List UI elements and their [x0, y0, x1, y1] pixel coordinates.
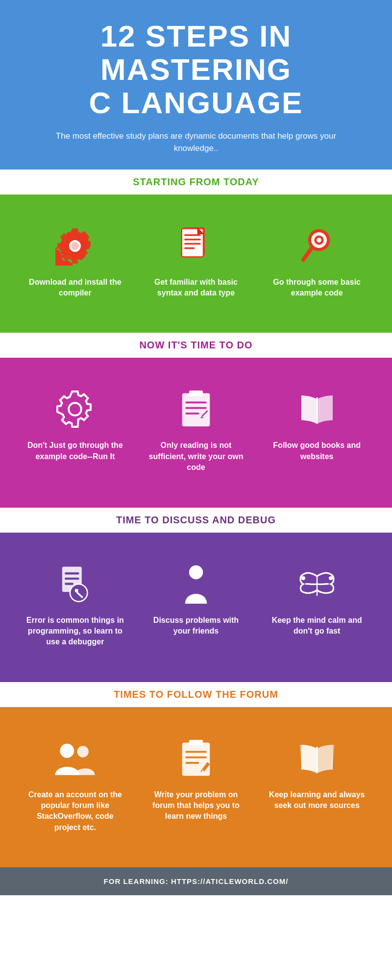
svg-point-36 — [77, 746, 89, 757]
section4-item1-label: Create an account on the popular forum l… — [24, 789, 126, 833]
section1-item1: Download and install the compiler — [15, 214, 136, 309]
svg-rect-27 — [65, 583, 74, 585]
footer-text: FOR LEARNING: HTTPS://ATICLEWORLD.COM/ — [104, 877, 289, 885]
banner-label-section1: Starting From Today — [133, 176, 259, 187]
users-icon — [53, 736, 97, 781]
svg-point-2 — [71, 242, 79, 250]
section1-item2: Get familiar with basic syntax and data … — [136, 214, 257, 309]
section2-item3-label: Follow good books and websites — [266, 440, 368, 462]
section3-item3-label: Keep the mind calm and don't go fast — [266, 615, 368, 637]
section4-item1: Create an account on the popular forum l… — [15, 727, 136, 843]
banner-section2: Now It's Time To Do — [0, 333, 392, 358]
svg-point-32 — [189, 565, 203, 579]
person-icon — [174, 562, 218, 606]
section2-item3: Follow good books and websites — [256, 377, 377, 483]
section2-item1-label: Don't Just go through the example code--… — [24, 440, 126, 462]
svg-rect-26 — [65, 577, 79, 579]
svg-point-33 — [301, 576, 305, 580]
section1-item3-label: Go through some basic example code — [266, 277, 368, 299]
gear-outline-icon — [53, 387, 97, 431]
section1-item1-label: Download and install the compiler — [24, 277, 126, 299]
document-icon — [174, 224, 218, 268]
section2-item2-label: Only reading is not sufficient, write yo… — [146, 440, 247, 473]
svg-point-16 — [69, 403, 82, 416]
banner-section4: Times To Follow The Forum — [0, 682, 392, 707]
svg-rect-17 — [182, 393, 210, 427]
section4-item3-label: Keep learning and always seek out more s… — [266, 789, 368, 811]
section2-item2: Only reading is not sufficient, write yo… — [136, 377, 257, 483]
banner-section3: Time To Discuss And Debug — [0, 508, 392, 533]
banner-label-section4: Times To Follow The Forum — [114, 689, 278, 700]
book-icon — [295, 387, 339, 431]
section2-item1: Don't Just go through the example code--… — [15, 377, 136, 483]
section4-item2: Write your problem on forum that helps y… — [136, 727, 257, 843]
debug-icon — [53, 562, 97, 606]
section3-item2: Discuss problems with your friends — [136, 552, 257, 658]
section4-item2-label: Write your problem on forum that helps y… — [146, 789, 247, 822]
grid-section3: Error is common things in programming, s… — [0, 533, 392, 682]
banner-label-section2: Now It's Time To Do — [139, 340, 252, 350]
header-subtitle: The most effective study plans are dynam… — [29, 130, 363, 155]
section1-item3: Go through some basic example code — [256, 214, 377, 309]
notepad-write-icon — [174, 736, 218, 781]
section4-item3: Keep learning and always seek out more s… — [256, 727, 377, 843]
book-open-icon — [295, 736, 339, 781]
search-icon — [295, 224, 339, 268]
footer: FOR LEARNING: HTTPS://ATICLEWORLD.COM/ — [0, 867, 392, 895]
banner-label-section3: Time To Discuss And Debug — [116, 514, 276, 525]
banner-section1: Starting From Today — [0, 170, 392, 195]
grid-section4: Create an account on the popular forum l… — [0, 707, 392, 868]
section3-item1: Error is common things in programming, s… — [15, 552, 136, 658]
svg-point-30 — [74, 588, 78, 592]
section1-item2-label: Get familiar with basic syntax and data … — [146, 277, 247, 299]
notepad-icon — [174, 387, 218, 431]
svg-rect-38 — [189, 740, 203, 745]
grid-section1: Download and install the compiler Get fa… — [0, 195, 392, 333]
svg-point-14 — [317, 238, 321, 243]
svg-line-15 — [303, 248, 311, 259]
svg-rect-37 — [182, 742, 210, 776]
brain-icon — [295, 562, 339, 606]
svg-point-34 — [329, 576, 333, 580]
svg-point-35 — [60, 744, 74, 758]
svg-rect-18 — [189, 391, 203, 396]
section3-item1-label: Error is common things in programming, s… — [24, 615, 126, 648]
svg-rect-25 — [65, 572, 79, 574]
grid-section2: Don't Just go through the example code--… — [0, 358, 392, 507]
page-title: 12 Steps InMasteringC Language — [29, 20, 363, 120]
header: 12 Steps InMasteringC Language The most … — [0, 0, 392, 170]
section3-item2-label: Discuss problems with your friends — [146, 615, 247, 637]
gear-icon — [53, 224, 97, 268]
section3-item3: Keep the mind calm and don't go fast — [256, 552, 377, 658]
